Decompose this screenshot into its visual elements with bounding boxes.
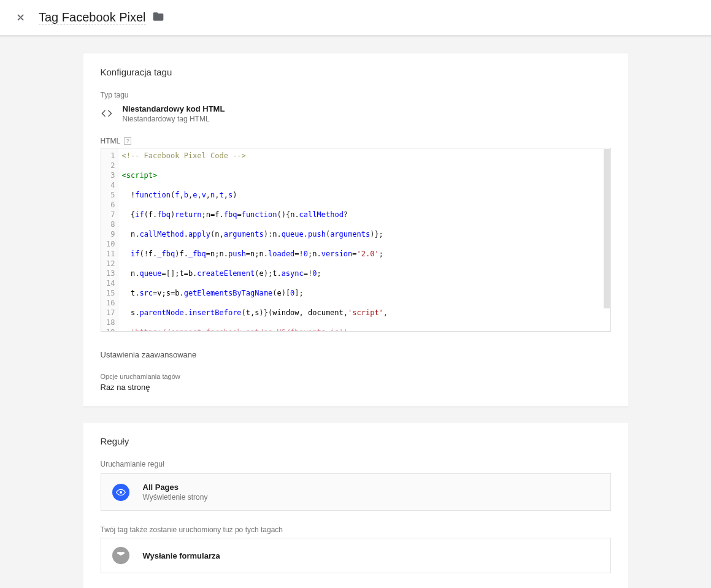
eye-icon (112, 484, 129, 501)
rules-section-title: Reguły (101, 436, 611, 446)
code-icon (101, 106, 113, 121)
trigger-subtitle: Wyświetlenie strony (143, 493, 208, 502)
html-code-editor[interactable]: 12345678910111213141516171819 <!-- Faceb… (101, 148, 611, 332)
fire-options-caption: Opcje uruchamiania tagów (101, 373, 611, 380)
chain-row-form-submit[interactable]: Wysłanie formularza (101, 538, 611, 573)
tag-type-subtitle: Niestandardowy tag HTML (123, 115, 225, 123)
chain-note: Twój tag także zostanie uruchomiony tuż … (101, 525, 611, 534)
help-icon[interactable]: ? (124, 137, 131, 145)
triggers-caption: Uruchamianie reguł (101, 460, 611, 468)
tag-type-caption: Typ tagu (101, 91, 611, 99)
top-bar: ✕ Tag Facebook Pixel (0, 0, 711, 36)
folder-icon[interactable] (152, 10, 164, 25)
advanced-settings-title[interactable]: Ustawienia zaawansowane (101, 350, 611, 359)
content: Konfiguracja tagu Typ tagu Niestandardow… (0, 38, 711, 588)
trigger-title: All Pages (143, 483, 208, 492)
config-section-title: Konfiguracja tagu (101, 67, 611, 77)
tag-type-row[interactable]: Niestandardowy kod HTML Niestandardowy t… (101, 104, 611, 123)
scrollbar-thumb[interactable] (604, 149, 610, 308)
tag-type-title: Niestandardowy kod HTML (123, 104, 225, 113)
code-body[interactable]: <!-- Facebook Pixel Code --> <script> !f… (118, 148, 610, 331)
chain-title: Wysłanie formularza (143, 551, 220, 560)
rules-card[interactable]: Reguły Uruchamianie reguł All Pages Wyśw… (83, 422, 628, 588)
html-label-text: HTML (101, 137, 121, 145)
svg-point-0 (120, 491, 122, 494)
page-title[interactable]: Tag Facebook Pixel (39, 10, 146, 25)
tag-icon (112, 547, 129, 564)
close-icon[interactable]: ✕ (11, 9, 30, 27)
fire-options-value: Raz na stronę (101, 383, 611, 392)
trigger-row-all-pages[interactable]: All Pages Wyświetlenie strony (101, 473, 611, 511)
code-gutter: 12345678910111213141516171819 (101, 148, 118, 331)
tag-config-card[interactable]: Konfiguracja tagu Typ tagu Niestandardow… (83, 53, 628, 407)
html-label: HTML ? (101, 137, 611, 145)
